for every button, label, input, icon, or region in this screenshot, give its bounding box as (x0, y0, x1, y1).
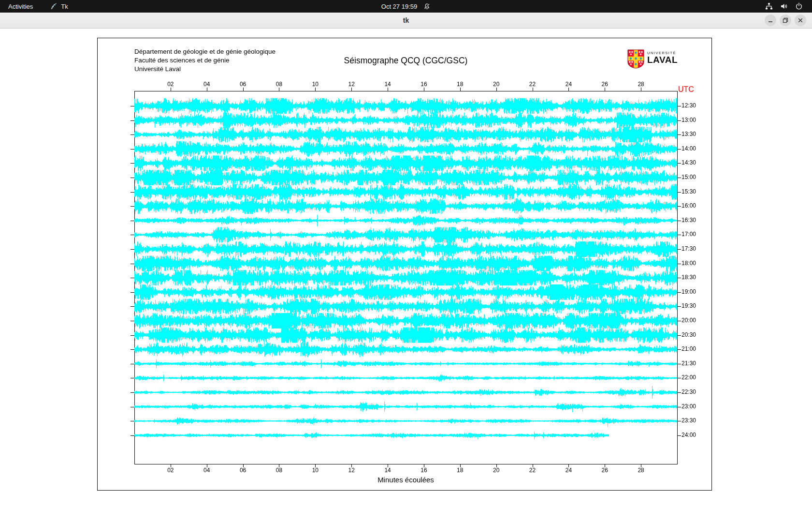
utc-time-label: 17:00 (682, 231, 696, 238)
top-tick-label: 06 (236, 81, 250, 88)
utc-time-label: 22:00 (682, 374, 696, 381)
notifications-disabled-icon (423, 3, 431, 10)
top-tick-label: 12 (345, 81, 358, 88)
bottom-tick-label: 14 (381, 467, 394, 474)
window-title: tk (0, 13, 812, 28)
bottom-tick-label: 10 (308, 467, 322, 474)
bottom-tick-label: 08 (272, 467, 286, 474)
maximize-icon (782, 16, 789, 24)
universite-laval-logo: UNIVERSITÉ LAVAL (627, 49, 678, 69)
top-tick-label: 04 (200, 81, 214, 88)
utc-time-label: 13:30 (682, 131, 696, 137)
top-tick-label: 22 (526, 81, 539, 88)
bottom-tick-label: 20 (490, 467, 503, 474)
utc-time-label: 24:00 (682, 432, 696, 438)
bottom-tick-label: 12 (345, 467, 358, 474)
bottom-tick-label: 02 (164, 467, 177, 474)
utc-time-label: 18:30 (682, 274, 696, 281)
top-tick-label: 18 (453, 81, 467, 88)
system-tray[interactable] (765, 0, 812, 13)
utc-time-label: 22:30 (682, 388, 696, 395)
bottom-tick-label: 04 (200, 467, 214, 474)
utc-time-label: 21:30 (682, 360, 696, 367)
utc-time-label: 23:30 (682, 417, 696, 424)
seismograph-plot: Département de géologie et de génie géol… (97, 38, 712, 491)
top-tick-label: 24 (562, 81, 575, 88)
desktop: Activities Tk Oct 27 19:59 (0, 0, 812, 508)
bottom-tick-label: 28 (634, 467, 648, 474)
utc-time-label: 20:00 (682, 317, 696, 324)
bottom-tick-label: 18 (453, 467, 467, 474)
focused-app-indicator[interactable]: Tk (49, 2, 68, 11)
top-tick-label: 14 (381, 81, 394, 88)
plot-title: Séismographe QCQ (CGC/GSC) (134, 56, 677, 66)
utc-time-label: 18:00 (682, 260, 696, 267)
network-icon (765, 2, 773, 10)
utc-time-label: 13:00 (682, 117, 696, 123)
utc-time-label: 16:30 (682, 217, 696, 224)
seismogram-canvas (98, 38, 711, 490)
utc-time-label: 20:30 (682, 331, 696, 338)
utc-time-label: 15:00 (682, 174, 696, 180)
header-line-1: Département de géologie et de génie géol… (134, 47, 276, 56)
tk-icon (49, 2, 58, 11)
top-tick-label: 16 (417, 81, 431, 88)
top-tick-label: 08 (272, 81, 286, 88)
utc-time-label: 21:00 (682, 345, 696, 352)
bottom-tick-label: 06 (236, 467, 250, 474)
utc-time-label: 19:00 (682, 288, 696, 295)
utc-time-label: 14:30 (682, 159, 696, 166)
window-titlebar[interactable]: tk (0, 13, 812, 29)
utc-time-label: 12:30 (682, 102, 696, 109)
close-icon (797, 16, 804, 24)
utc-time-label: 19:30 (682, 302, 696, 309)
bottom-tick-label: 26 (598, 467, 611, 474)
minimize-button[interactable] (765, 15, 776, 26)
x-axis-title: Minutes écoulées (134, 476, 677, 484)
power-icon (795, 2, 803, 10)
maximize-button[interactable] (780, 15, 791, 26)
top-tick-label: 10 (308, 81, 322, 88)
gnome-top-bar: Activities Tk Oct 27 19:59 (0, 0, 812, 13)
utc-time-label: 23:00 (682, 403, 696, 410)
clock-label: Oct 27 19:59 (381, 3, 417, 10)
bottom-tick-label: 16 (417, 467, 431, 474)
logo-text-laval: LAVAL (647, 56, 678, 64)
top-tick-label: 28 (634, 81, 648, 88)
top-tick-label: 20 (490, 81, 503, 88)
minimize-icon (767, 16, 774, 24)
activities-button[interactable]: Activities (8, 3, 33, 10)
volume-icon (780, 2, 788, 10)
utc-time-label: 15:30 (682, 188, 696, 195)
laval-shield-icon (627, 49, 644, 69)
bottom-tick-label: 22 (526, 467, 539, 474)
focused-app-label: Tk (61, 3, 68, 10)
bottom-tick-label: 24 (562, 467, 575, 474)
top-tick-label: 02 (164, 81, 177, 88)
window-content: Département de géologie et de génie géol… (0, 29, 812, 508)
utc-time-label: 17:30 (682, 245, 696, 252)
utc-time-label: 16:00 (682, 202, 696, 209)
utc-time-label: 14:00 (682, 145, 696, 152)
top-tick-label: 26 (598, 81, 611, 88)
header-line-3: Université Laval (134, 65, 276, 74)
clock-button[interactable]: Oct 27 19:59 (381, 0, 431, 13)
close-button[interactable] (795, 15, 806, 26)
utc-axis-label: UTC (678, 85, 694, 94)
